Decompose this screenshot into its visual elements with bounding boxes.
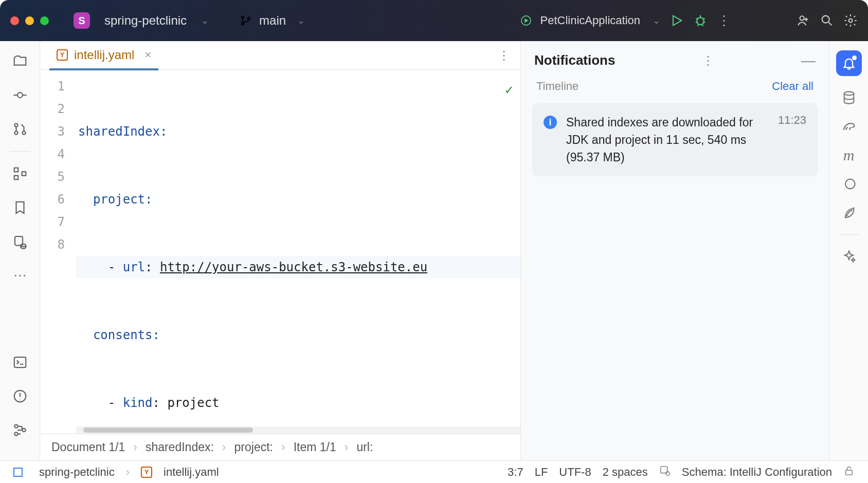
clear-all-button[interactable]: Clear all	[772, 80, 813, 93]
lock-icon[interactable]	[843, 465, 855, 479]
status-file[interactable]: intellij.yaml	[164, 466, 219, 479]
schema-label[interactable]: Schema: IntelliJ Configuration	[682, 466, 832, 479]
indent-settings[interactable]: 2 spaces	[603, 466, 648, 479]
inspection-ok-icon[interactable]: ✓	[505, 78, 513, 101]
svg-point-0	[242, 16, 244, 19]
svg-point-22	[844, 91, 854, 95]
info-icon: i	[544, 116, 557, 129]
commit-tool-icon[interactable]	[11, 86, 29, 104]
svg-point-7	[849, 19, 853, 23]
horizontal-scrollbar[interactable]	[76, 426, 520, 434]
svg-point-8	[17, 92, 23, 98]
code-editor[interactable]: ✓ 1 2 3 4 5 6 7 8 sharedIndex: project: …	[40, 70, 520, 426]
zoom-window-icon[interactable]	[40, 16, 49, 25]
svg-rect-12	[14, 168, 18, 172]
bookmarks-tool-icon[interactable]	[11, 199, 29, 216]
run-button[interactable]	[670, 13, 684, 28]
structure-tool-icon[interactable]	[11, 165, 29, 182]
svg-rect-14	[22, 172, 26, 176]
svg-point-23	[845, 179, 855, 189]
branch-name: main	[259, 13, 286, 28]
svg-point-9	[14, 123, 17, 126]
line-separator[interactable]: LF	[535, 466, 548, 479]
more-tools-icon[interactable]: ⋯	[11, 267, 29, 284]
run-app-icon	[520, 14, 532, 27]
tab-intellij-yaml[interactable]: intellij.yaml ×	[49, 41, 158, 70]
spring-tool-icon[interactable]	[842, 206, 856, 220]
tab-label: intellij.yaml	[74, 48, 134, 62]
indent-config-icon[interactable]	[659, 465, 671, 479]
svg-point-11	[22, 131, 25, 134]
svg-rect-26	[846, 470, 853, 475]
svg-point-10	[14, 131, 17, 134]
project-name[interactable]: spring-petclinic	[104, 13, 187, 28]
project-avatar[interactable]: S	[74, 12, 90, 29]
branch-icon	[240, 14, 252, 27]
notification-item[interactable]: i Shared indexes are downloaded for JDK …	[532, 103, 818, 176]
chevron-down-icon: ⌄	[653, 15, 660, 26]
dependencies-tool-icon[interactable]	[842, 177, 856, 191]
panel-menu-icon[interactable]: ⋮	[701, 53, 715, 68]
settings-icon[interactable]	[843, 13, 858, 28]
svg-point-20	[22, 429, 25, 432]
notifications-panel: Notifications ⋮ — Timeline Clear all i S…	[520, 41, 829, 460]
svg-point-2	[248, 17, 250, 20]
status-bar: spring-petclinic › intellij.yaml 3:7 LF …	[0, 460, 868, 483]
yaml-file-icon	[57, 49, 68, 61]
notification-time: 11:23	[778, 114, 806, 166]
close-tab-icon[interactable]: ×	[144, 48, 151, 62]
titlebar: S spring-petclinic ⌄ main ⌄ PetClinicApp…	[0, 0, 868, 41]
run-config-name: PetClinicApplication	[540, 14, 640, 27]
search-icon[interactable]	[820, 13, 834, 28]
more-actions-icon[interactable]: ⋮	[717, 13, 731, 28]
ai-assistant-icon[interactable]	[842, 249, 856, 264]
yaml-file-icon	[141, 467, 152, 478]
notification-text: Shared indexes are downloaded for JDK an…	[566, 114, 769, 166]
encoding[interactable]: UTF-8	[559, 466, 591, 479]
timeline-label: Timeline	[536, 80, 578, 93]
editor-tabs: intellij.yaml × ⋮	[40, 41, 520, 70]
pull-requests-icon[interactable]	[11, 120, 29, 138]
minimize-window-icon[interactable]	[25, 16, 34, 25]
database-tool-icon[interactable]	[842, 90, 856, 105]
code-with-me-icon[interactable]	[796, 13, 810, 28]
debug-button[interactable]	[693, 13, 708, 28]
vcs-branch-widget[interactable]: main ⌄	[240, 13, 305, 28]
status-project[interactable]: spring-petclinic	[39, 466, 115, 479]
cursor-position[interactable]: 3:7	[508, 466, 523, 479]
tab-menu-icon[interactable]: ⋮	[497, 48, 511, 63]
svg-point-5	[800, 16, 804, 20]
line-gutter: 1 2 3 4 5 6 7 8	[40, 70, 76, 426]
editor-area: intellij.yaml × ⋮ ✓ 1 2 3 4 5 6 7 8 shar…	[40, 41, 520, 460]
panel-title: Notifications	[534, 52, 615, 68]
svg-point-19	[14, 424, 17, 428]
svg-point-21	[14, 432, 17, 435]
right-tool-rail: m	[829, 41, 868, 460]
project-tool-icon[interactable]	[11, 52, 29, 70]
project-icon	[13, 468, 23, 477]
gradle-tool-icon[interactable]	[842, 119, 856, 134]
problems-tool-icon[interactable]	[11, 387, 29, 405]
svg-rect-17	[14, 357, 26, 367]
svg-point-25	[666, 471, 670, 475]
maven-tool-icon[interactable]: m	[842, 148, 856, 162]
window-controls	[10, 16, 49, 25]
editor-breadcrumb[interactable]: Document 1/1› sharedIndex:› project:› It…	[40, 434, 520, 460]
left-tool-rail: ⋯	[0, 41, 40, 460]
svg-point-6	[822, 16, 829, 23]
code-body[interactable]: sharedIndex: project: - url: http://your…	[76, 70, 520, 426]
minimize-panel-icon[interactable]: —	[801, 53, 816, 68]
persistence-tool-icon[interactable]	[11, 233, 29, 250]
notifications-button[interactable]	[836, 50, 862, 76]
chevron-down-icon[interactable]: ⌄	[297, 15, 305, 26]
terminal-tool-icon[interactable]	[11, 354, 29, 371]
run-config-selector[interactable]: PetClinicApplication ⌄	[520, 14, 660, 27]
vcs-tool-icon[interactable]	[11, 421, 29, 439]
chevron-down-icon[interactable]: ⌄	[201, 15, 209, 26]
close-window-icon[interactable]	[10, 16, 19, 25]
svg-point-4	[697, 17, 704, 25]
svg-rect-13	[14, 176, 18, 180]
